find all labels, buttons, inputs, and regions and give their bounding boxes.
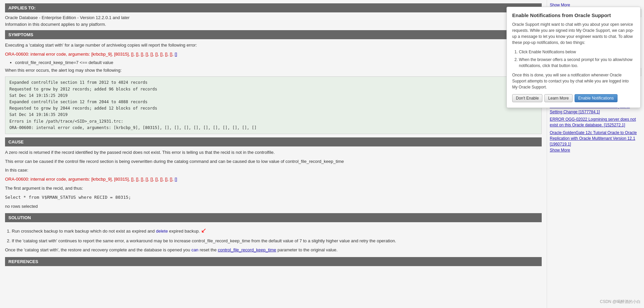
notification-body: Oracle Support might want to chat with y… bbox=[512, 21, 635, 46]
recent-link-5[interactable]: Oracle GoldenGate 12c Tutorial Oracle to… bbox=[550, 129, 641, 148]
cause-para3: In this case: bbox=[5, 167, 542, 174]
solution-step-1-delete[interactable]: delete bbox=[156, 229, 168, 234]
notification-popup: Enable Notifications from Oracle Support… bbox=[506, 7, 641, 108]
notification-step-2: When the browser offers a second prompt … bbox=[519, 57, 635, 69]
watermark: CSDN @喝醉酒的小白 bbox=[600, 299, 641, 305]
cause-error2: ORA-00600: internal error code, argument… bbox=[5, 176, 542, 183]
enable-notifications-button[interactable]: Enable Notifications bbox=[575, 94, 618, 102]
applies-to-line2: Information in this document applies to … bbox=[5, 22, 542, 27]
show-more-recently-viewed[interactable]: Show More bbox=[550, 148, 570, 152]
cause-query: Select * from V$RMAN_STATUS where RECID … bbox=[5, 194, 542, 201]
applies-to-line1: Oracle Database - Enterprise Edition - V… bbox=[5, 15, 542, 20]
log-line-2: Requested to grow by 2012 records; added… bbox=[9, 86, 537, 93]
log-line-3: Sat Dec 14 19:15:25 2019 bbox=[9, 93, 537, 99]
log-line-7: Errors in file /path/trace/<SID>_ora_129… bbox=[9, 118, 537, 125]
solution-footer-link[interactable]: can bbox=[192, 247, 199, 252]
symptoms-alert-intro: When this error occurs, the alert log ma… bbox=[5, 67, 542, 74]
solution-header: SOLUTION bbox=[5, 213, 542, 222]
applies-to-header: APPLIES TO: bbox=[5, 3, 542, 12]
main-content: APPLIES TO: Oracle Database - Enterprise… bbox=[0, 0, 547, 308]
log-line-4: Expanded controlfile section 12 from 204… bbox=[9, 99, 537, 105]
symptoms-intro: Executing a 'catalog start with' for a l… bbox=[5, 42, 542, 49]
solution-step-2: If the 'catalog start with' continues to… bbox=[12, 238, 542, 245]
recent-link-4[interactable]: ERROR OGG-02022 Logmining server does no… bbox=[550, 116, 641, 129]
notification-step-1: Click Enable Notifications below bbox=[519, 49, 635, 55]
symptoms-bullet-list: control_file_record_keep_time=7 <== defa… bbox=[15, 60, 542, 65]
log-line-5: Requested to grow by 2044 records; added… bbox=[9, 105, 537, 112]
cause-header: CAUSE bbox=[5, 137, 542, 146]
cause-para2: This error can be caused if the control … bbox=[5, 158, 542, 165]
notification-title: Enable Notifications from Oracle Support bbox=[512, 12, 635, 18]
symptoms-log: Expanded controlfile section 11 from 201… bbox=[5, 76, 542, 134]
cause-result: no rows selected bbox=[5, 203, 542, 210]
cause-para1: A zero recid is returned if the record i… bbox=[5, 149, 542, 156]
references-header: REFERENCES bbox=[5, 257, 542, 266]
cause-para4: The first argument is the recid, and thu… bbox=[5, 185, 542, 192]
solution-step-1-text: Run crosscheck backup to mark backup whi… bbox=[12, 229, 156, 234]
arrow-icon: ↙ bbox=[201, 225, 207, 236]
solution-param-link[interactable]: control_file_record_keep_time bbox=[218, 247, 276, 252]
log-line-1: Expanded controlfile section 11 from 201… bbox=[9, 79, 537, 86]
solution-step-1: Run crosscheck backup to mark backup whi… bbox=[12, 225, 542, 236]
solution-footer: Once the 'catalog start with', the resto… bbox=[5, 247, 542, 254]
dont-enable-button[interactable]: Don't Enable bbox=[512, 94, 542, 102]
symptoms-bullet-item: control_file_record_keep_time=7 <== defa… bbox=[15, 60, 542, 65]
error-link-2[interactable]: [] bbox=[175, 177, 177, 182]
notification-steps: Click Enable Notifications below When th… bbox=[512, 49, 635, 69]
solution-list: Run crosscheck backup to mark backup whi… bbox=[5, 225, 542, 245]
notification-footer: Once this is done, you will see a notifi… bbox=[512, 72, 635, 90]
error-link-1[interactable]: [] bbox=[175, 52, 177, 57]
learn-more-button[interactable]: Learn More bbox=[544, 94, 572, 102]
symptoms-header: SYMPTOMS bbox=[5, 30, 542, 39]
symptoms-error1: ORA-00600: internal error code, argument… bbox=[5, 51, 542, 58]
log-line-8: ORA-00600: internal error code, argument… bbox=[9, 125, 537, 131]
log-line-6: Sat Dec 14 19:16:35 2019 bbox=[9, 112, 537, 118]
